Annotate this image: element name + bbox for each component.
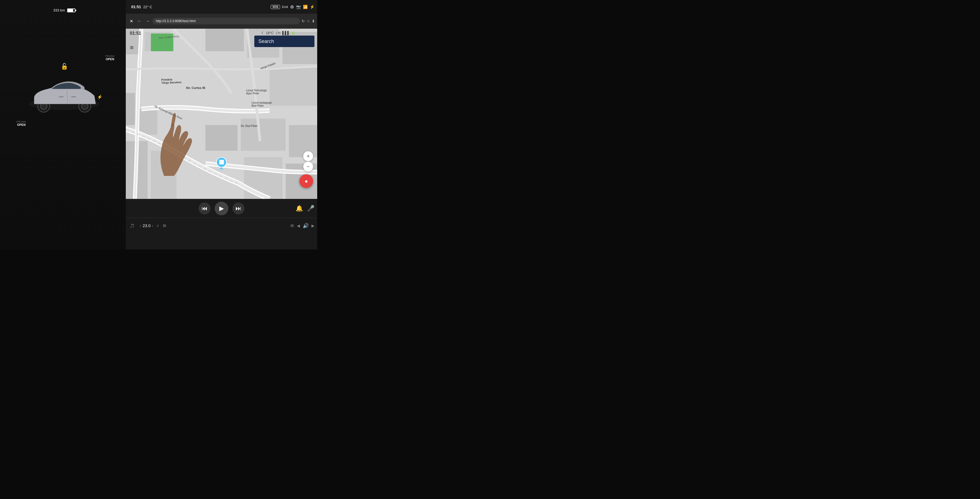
frunk-status: OPEN	[16, 123, 26, 126]
svg-rect-15	[126, 93, 135, 125]
media-play-button[interactable]: ▶	[215, 202, 228, 215]
media-prev-button[interactable]: ⏮	[199, 202, 210, 215]
bottom-row: 🎵 ‹ 23.0 › ♪ ≋ ≋ ◀ 🔊 ▶	[126, 218, 317, 233]
svg-rect-7	[71, 96, 76, 97]
tablet-frame: 01:51 22° C SOS Emil ⚙ 📷 📶 ⚡ ✕ ← → http:…	[126, 0, 317, 250]
browser-back-button[interactable]: ←	[136, 19, 143, 24]
battery-icon-map: 🔋	[291, 31, 295, 35]
svg-rect-19	[205, 125, 237, 151]
street-label-curtea: Str. Curtea 45	[186, 86, 205, 89]
bottom-music-note: 🎵	[130, 223, 135, 228]
map-location-button[interactable]: ●	[299, 174, 313, 188]
browser-download-button[interactable]: ⬇	[312, 19, 315, 23]
zoom-out-button[interactable]: −	[303, 162, 313, 172]
svg-rect-6	[59, 96, 64, 97]
svg-rect-20	[240, 119, 285, 151]
svg-rect-14	[270, 67, 317, 106]
settings-icon[interactable]: ⚙	[290, 5, 294, 10]
browser-chrome: ✕ ← → http://3.3.3.3:8080/test.html ↻ ☆ …	[126, 14, 317, 29]
svg-rect-22	[244, 157, 282, 199]
map-menu-button[interactable]: ≡	[130, 44, 134, 51]
car-illustration	[26, 77, 103, 116]
temp-left-arrow[interactable]: ‹	[140, 223, 142, 228]
lock-icon: 🔓	[61, 63, 68, 70]
map-time-overlay: 01:51	[130, 31, 141, 36]
map-search-bar[interactable]: Search	[254, 35, 315, 47]
battery-fill	[68, 9, 73, 12]
browser-forward-button[interactable]: →	[145, 19, 151, 24]
map-zoom-controls: + −	[303, 151, 313, 172]
right-bottom-controls: ≋ ◀ 🔊 ▶	[290, 223, 315, 229]
svg-text:🅿: 🅿	[219, 160, 224, 165]
zoom-in-button[interactable]: +	[303, 151, 313, 161]
street-label-primaria: PrimăriaTârgu Secuiesc	[161, 78, 182, 84]
battery-bar	[67, 8, 75, 12]
frunk-container: FRUNK OPEN	[16, 120, 26, 126]
svg-rect-16	[138, 109, 157, 135]
vol-left-button[interactable]: ◀	[297, 223, 300, 228]
temp-control: ‹ 23.0 ›	[140, 223, 153, 228]
map-background: 01:51 ☾ 18°C LTE ▌▌▌ 🔋 ≡ Search Parc Gab…	[126, 29, 317, 199]
moon-icon: ☾	[261, 31, 265, 35]
tablet-statusbar: 01:51 22° C SOS Emil ⚙ 📷 📶 ⚡	[126, 0, 317, 14]
street-label-liceul2: Liceul pedagogicBod Peter	[251, 101, 272, 107]
svg-rect-18	[151, 151, 177, 199]
temp-value: 23.0	[143, 223, 151, 228]
battery-info: 333 km	[53, 8, 75, 12]
browser-close-button[interactable]: ✕	[128, 19, 135, 24]
browser-refresh-button[interactable]: ↻	[302, 19, 305, 23]
lte-label: LTE	[276, 32, 281, 35]
bluetooth-icon: ⚡	[310, 5, 315, 9]
dark-background-right	[317, 0, 490, 250]
browser-bookmark-button[interactable]: ☆	[307, 19, 310, 23]
notification-bell-icon[interactable]: 🔔	[296, 205, 303, 212]
map-area[interactable]: 01:51 ☾ 18°C LTE ▌▌▌ 🔋 ≡ Search Parc Gab…	[126, 29, 317, 199]
trunk-status: OPEN	[105, 57, 115, 61]
microphone-icon[interactable]: 🎤	[307, 205, 315, 212]
nav-marker: 🅿	[216, 157, 227, 172]
temp-overlay: 18°C	[266, 31, 274, 35]
tablet-bottom-bar: ⏮ ▶ ⏭ 🔔 🎤 🎵 ‹ 23.0 › ♪ ≋ ≋	[126, 199, 317, 250]
frunk-label: FRUNK	[16, 120, 26, 123]
signal-bars: ▌▌▌	[282, 31, 290, 35]
street-label-liceul1: Liceul TehnologicApor Peter	[246, 89, 267, 95]
search-label: Search	[258, 38, 274, 44]
volume-icon: 🔊	[303, 223, 309, 229]
battery-km: 333 km	[53, 8, 65, 12]
trunk-label: TRUNK	[105, 55, 115, 57]
media-controls: ⏮ ▶ ⏭	[126, 202, 317, 215]
svg-rect-11	[205, 29, 244, 51]
map-svg	[126, 29, 317, 199]
notification-icons: 🔔 🎤	[296, 205, 315, 212]
street-label-bod: Str. Bod Péter	[240, 124, 258, 128]
climate-control-icon[interactable]: ≋	[290, 223, 294, 229]
user-label: Emil	[282, 5, 288, 8]
location-dot-icon: ●	[305, 178, 308, 184]
wifi-icon: 📶	[303, 5, 308, 9]
music-note-icon: ♪	[157, 223, 159, 228]
vol-right-button[interactable]: ▶	[312, 223, 315, 228]
status-time: 01:51	[131, 5, 141, 9]
charging-icon: ⚡	[97, 94, 103, 100]
temp-right-arrow[interactable]: ›	[152, 223, 153, 228]
media-next-button[interactable]: ⏭	[232, 202, 245, 215]
heat-icon[interactable]: ≋	[162, 223, 167, 229]
screenshot-icon[interactable]: 📷	[296, 5, 301, 9]
sos-badge[interactable]: SOS	[271, 5, 280, 9]
browser-url-bar[interactable]: http://3.3.3.3:8080/test.html	[153, 18, 300, 24]
tesla-dashboard: 333 km TRUNK OPEN 🔓	[0, 0, 129, 250]
status-temp: 22° C	[143, 5, 152, 9]
map-signal-overlay: ☾ 18°C LTE ▌▌▌ 🔋	[261, 31, 295, 35]
